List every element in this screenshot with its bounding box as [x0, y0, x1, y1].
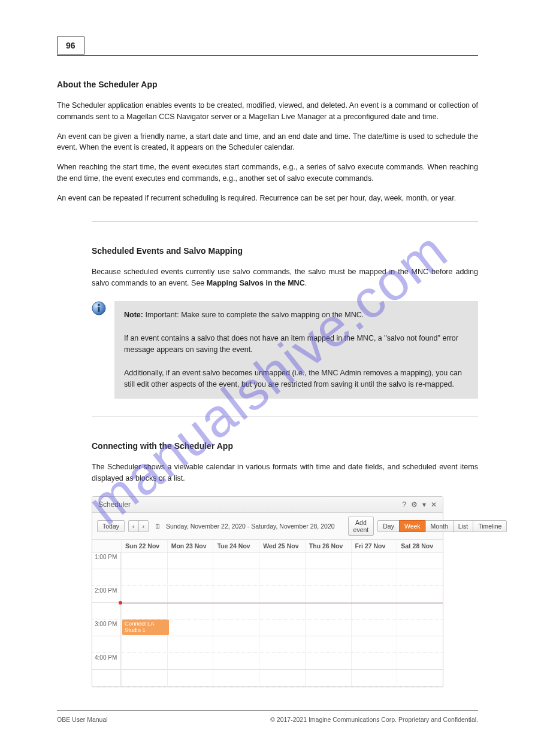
paragraph: The Scheduler application enables events… [57, 100, 478, 123]
section-heading-mapping: Scheduled Events and Salvo Mapping [92, 246, 478, 256]
note-line: If an event contains a salvo that does n… [124, 334, 458, 354]
day-header[interactable]: Wed 25 Nov [259, 540, 305, 552]
info-note: Note: Important: Make sure to complete t… [92, 301, 478, 399]
day-header[interactable]: Thu 26 Nov [305, 540, 351, 552]
section-heading-about: About the Scheduler App [57, 80, 478, 89]
day-header[interactable]: Mon 23 Nov [167, 540, 213, 552]
view-tab-week[interactable]: Week [399, 520, 426, 532]
paragraph: When reaching the start time, the event … [57, 162, 478, 184]
nav-arrows: ‹ › [128, 520, 149, 532]
time-label: 4:00 PM [92, 653, 121, 669]
add-event-button[interactable]: Add event [348, 517, 374, 536]
page-number: 96 [57, 37, 84, 54]
settings-icon[interactable]: ⚙ [411, 500, 418, 509]
note-box: Note: Important: Make sure to complete t… [114, 301, 478, 399]
scheduler-toolbar: Today ‹ › 🗓 Sunday, November 22, 2020 - … [92, 513, 443, 540]
divider [92, 417, 478, 417]
prev-button[interactable]: ‹ [128, 520, 139, 532]
calendar-icon[interactable]: 🗓 [155, 523, 161, 530]
next-button[interactable]: › [138, 520, 149, 532]
date-range-label: Sunday, November 22, 2020 - Saturday, No… [166, 523, 335, 530]
view-tab-list[interactable]: List [453, 520, 473, 532]
footer-right: © 2017-2021 Imagine Communications Corp.… [270, 716, 478, 723]
svg-rect-1 [98, 307, 100, 312]
time-label: 1:00 PM [92, 552, 121, 569]
day-header[interactable]: Fri 27 Nov [351, 540, 397, 552]
time-label: 2:00 PM [92, 586, 121, 602]
info-icon [92, 301, 106, 315]
footer-left: OBE User Manual [57, 716, 108, 723]
page-footer: OBE User Manual © 2017-2021 Imagine Comm… [57, 711, 478, 723]
scheduler-body[interactable]: 1:00 PM 2:00 PM 3:00 PM 4:00 PM Connect … [92, 552, 443, 687]
day-header[interactable]: Sun 22 Nov [121, 540, 167, 552]
day-header-row: Sun 22 Nov Mon 23 Nov Tue 24 Nov Wed 25 … [92, 540, 443, 552]
divider [92, 221, 478, 222]
note-line: Additionally, if an event salvo becomes … [124, 369, 462, 388]
view-tab-month[interactable]: Month [425, 520, 454, 532]
section-heading-connect: Connecting with the Scheduler App [92, 441, 478, 451]
scheduler-title: Scheduler [98, 500, 131, 509]
link-text: Mapping Salvos in the MNC [207, 279, 305, 287]
current-time-indicator [121, 603, 443, 603]
note-label: Note: [124, 311, 143, 319]
header-gutter [92, 540, 121, 552]
note-line: Important: Make sure to complete the sal… [145, 311, 364, 319]
help-icon[interactable]: ? [402, 500, 406, 509]
event-block[interactable]: Connect LA Studio 1 [122, 620, 169, 635]
close-icon[interactable]: ✕ [431, 500, 437, 509]
paragraph: An event can be repeated if recurrent sc… [57, 193, 478, 204]
scheduler-grid: Sun 22 Nov Mon 23 Nov Tue 24 Nov Wed 25 … [92, 540, 443, 687]
today-button[interactable]: Today [97, 520, 125, 532]
scheduler-panel: Scheduler ? ⚙ ▾ ✕ Today ‹ › 🗓 Sunday, No… [92, 496, 443, 687]
scheduler-titlebar: Scheduler ? ⚙ ▾ ✕ [92, 497, 443, 513]
svg-point-2 [98, 303, 100, 306]
paragraph: The Scheduler shows a viewable calendar … [92, 462, 478, 484]
view-tab-timeline[interactable]: Timeline [473, 520, 507, 532]
paragraph: Because scheduled events currently use s… [92, 266, 478, 289]
view-tabs: Day Week Month List Timeline [377, 520, 507, 532]
day-header[interactable]: Tue 24 Nov [213, 540, 259, 552]
page-header: 96 [57, 36, 478, 56]
paragraph: An event can be given a friendly name, a… [57, 131, 478, 154]
time-label: 3:00 PM [92, 620, 121, 636]
day-header[interactable]: Sat 28 Nov [397, 540, 443, 552]
view-tab-day[interactable]: Day [377, 520, 400, 532]
dropdown-icon[interactable]: ▾ [422, 500, 426, 509]
